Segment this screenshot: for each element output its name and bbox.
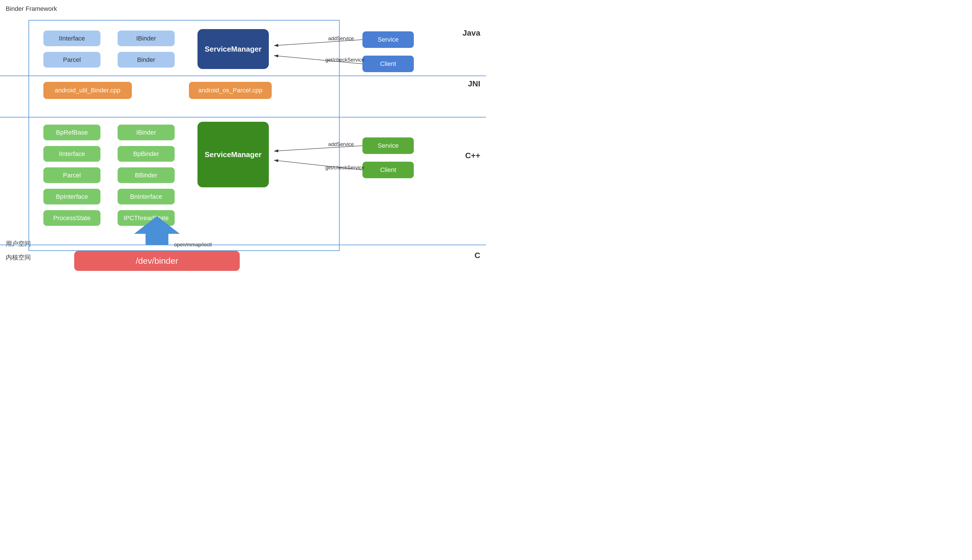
dev-binder-box: /dev/binder — [74, 251, 240, 271]
userspace-label: 用户空间 — [6, 240, 31, 248]
iinterface-box: IInterface — [43, 30, 100, 46]
jni-layer-label: JNI — [468, 79, 480, 88]
service-manager-java-box: ServiceManager — [197, 29, 269, 69]
iinterface-cpp-box: IInterface — [43, 146, 100, 162]
add-service-cpp-label: addService — [328, 142, 354, 147]
add-service-java-label: addService — [328, 36, 354, 42]
cpp-layer-label: C++ — [465, 151, 480, 160]
service-cpp-box: Service — [363, 137, 414, 154]
parcel-java-box: Parcel — [43, 52, 100, 68]
get-check-service-cpp-label: get/checkService — [325, 165, 365, 171]
parcel-cpp-box: Parcel — [43, 167, 100, 183]
java-layer-label: Java — [463, 28, 480, 38]
get-check-service-java-label: get/checkService — [325, 57, 365, 63]
bninterface-box: BnInterface — [117, 189, 175, 205]
bprefbase-box: BpRefBase — [43, 125, 100, 140]
open-mmap-ioctl-label: open/mmap/ioctl — [174, 242, 212, 248]
android-util-binder-box: android_util_Binder.cpp — [43, 82, 132, 99]
client-cpp-box: Client — [363, 162, 414, 178]
ipcthreadstate-box: IPCThreadState — [117, 210, 175, 226]
page-title: Binder Framework — [6, 5, 57, 13]
binder-java-box: Binder — [117, 52, 175, 68]
processstate-box: ProcessState — [43, 210, 100, 226]
bpbinder-box: BpBinder — [117, 146, 175, 162]
service-java-box: Service — [363, 32, 414, 48]
android-os-parcel-box: android_os_Parcel.cpp — [189, 82, 272, 99]
bbinder-box: BBinder — [117, 167, 175, 183]
service-manager-cpp-box: ServiceManager — [197, 122, 269, 187]
kernelspace-label: 内核空间 — [6, 253, 31, 262]
bpinterface-box: BpInterface — [43, 189, 100, 205]
ibinder-cpp-box: IBinder — [117, 125, 175, 140]
main-bounding-box: IInterface Parcel IBinder Binder Service… — [28, 20, 340, 251]
c-layer-label: C — [475, 251, 480, 260]
ibinder-java-box: IBinder — [117, 30, 175, 46]
client-java-box: Client — [363, 56, 414, 72]
